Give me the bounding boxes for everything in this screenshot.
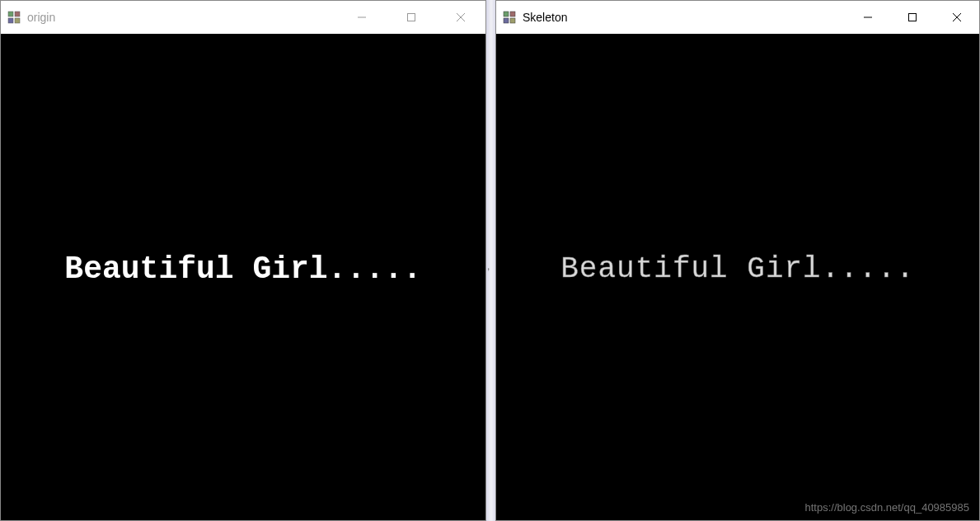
- maximize-button[interactable]: [387, 1, 436, 34]
- watermark-text: https://blog.csdn.net/qq_40985985: [805, 501, 970, 514]
- window-title: Skeleton: [523, 11, 846, 24]
- svg-rect-11: [510, 18, 515, 23]
- origin-text-render: Beautiful Girl.....: [64, 251, 421, 287]
- close-button[interactable]: [436, 1, 485, 34]
- minimize-icon: [863, 12, 873, 22]
- image-canvas-skeleton: Beautiful Girl..... https://blog.csdn.ne…: [496, 34, 979, 520]
- window-title: origin: [27, 11, 337, 24]
- minimize-button[interactable]: [337, 1, 387, 34]
- maximize-icon: [907, 12, 917, 22]
- minimize-button[interactable]: [846, 1, 890, 34]
- close-icon: [952, 12, 962, 22]
- svg-rect-1: [15, 12, 20, 16]
- svg-rect-8: [504, 12, 509, 16]
- close-icon: [456, 12, 466, 22]
- titlebar-skeleton[interactable]: Skeleton: [496, 1, 979, 34]
- maximize-button[interactable]: [890, 1, 935, 34]
- svg-rect-3: [15, 18, 20, 23]
- bg-artifact: ,: [487, 260, 490, 272]
- svg-rect-10: [504, 18, 509, 23]
- maximize-icon: [406, 12, 416, 22]
- window-controls: [846, 1, 979, 34]
- minimize-icon: [357, 12, 367, 22]
- titlebar-origin[interactable]: origin: [1, 1, 485, 34]
- skeleton-text-render: Beautiful Girl.....: [560, 252, 914, 286]
- svg-rect-9: [510, 12, 515, 16]
- svg-rect-13: [909, 14, 917, 21]
- image-canvas-origin: Beautiful Girl.....: [1, 34, 485, 520]
- svg-rect-0: [8, 12, 13, 16]
- window-skeleton: Skeleton Beautiful Girl..... https:/: [495, 0, 980, 521]
- window-origin: origin Beautiful Girl.....: [0, 0, 486, 521]
- svg-rect-5: [408, 14, 415, 21]
- app-icon: [503, 11, 516, 24]
- svg-rect-2: [8, 18, 13, 23]
- window-controls: [337, 1, 485, 34]
- app-icon: [7, 11, 21, 24]
- close-button[interactable]: [935, 1, 979, 34]
